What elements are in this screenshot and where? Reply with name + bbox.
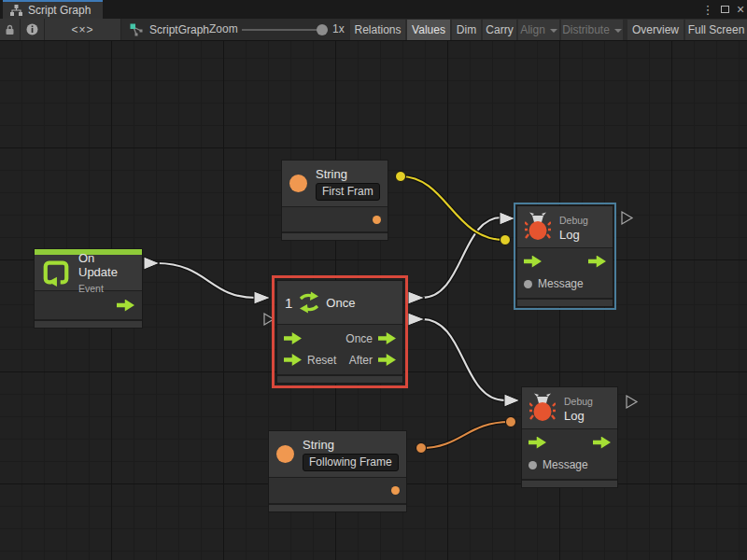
node-title: Log [564, 409, 610, 423]
distribute-dropdown[interactable]: Distribute [561, 20, 623, 40]
relations-toggle[interactable]: Relations [350, 20, 405, 40]
node-footer [269, 503, 406, 511]
code-icon: <×> [71, 23, 93, 36]
reset-port-label: Reset [307, 354, 336, 367]
node-debug-log-top[interactable]: Debug Log Message [516, 205, 613, 307]
node-footer [282, 231, 388, 240]
node-subtitle: Event [78, 283, 134, 294]
node-once[interactable]: 1 Once Once Reset [276, 280, 403, 384]
node-title: Once [326, 296, 355, 310]
graph-hierarchy-icon [10, 5, 22, 16]
node-title: String [303, 438, 399, 452]
inspector-button[interactable] [21, 19, 45, 40]
info-icon [26, 23, 38, 35]
lock-icon [5, 24, 15, 35]
close-icon[interactable]: × [732, 0, 747, 19]
debug-bottom-out-triangle[interactable] [627, 396, 637, 408]
string-value-input[interactable] [303, 454, 399, 471]
zoom-value: 1x [332, 19, 345, 40]
values-toggle[interactable]: Values [407, 20, 450, 40]
lock-button[interactable] [0, 19, 21, 40]
message-input-port[interactable] [524, 280, 532, 288]
distribute-label: Distribute [562, 23, 610, 36]
script-graph-icon [130, 23, 143, 36]
wire-string-to-message-bottom[interactable] [416, 417, 516, 454]
chevron-down-icon [550, 29, 557, 33]
on-update-loop-icon [42, 259, 70, 287]
zoom-label: Zoom [209, 19, 238, 40]
align-label: Align [520, 23, 545, 36]
node-footer [517, 298, 613, 306]
align-dropdown[interactable]: Align [518, 20, 559, 40]
string-output-port[interactable] [391, 486, 400, 495]
window-menu-icon[interactable]: ⋮ [699, 0, 716, 19]
string-value-input[interactable] [316, 183, 380, 201]
reset-port-triangle[interactable] [264, 314, 274, 325]
bug-icon [525, 212, 551, 242]
flow-output-port[interactable] [117, 300, 134, 312]
node-debug-log-bottom[interactable]: Debug Log Message [521, 386, 618, 488]
message-input-port[interactable] [529, 461, 537, 469]
breadcrumb[interactable]: ScriptGraph [124, 19, 215, 40]
flow-input-port[interactable] [524, 256, 542, 268]
bug-icon [529, 393, 556, 423]
node-title: On Update [78, 251, 134, 279]
string-type-icon [289, 175, 307, 192]
string-output-port[interactable] [373, 216, 381, 224]
message-port-label: Message [538, 277, 584, 290]
after-port-label: After [349, 354, 373, 367]
string-type-icon [276, 445, 294, 463]
zoom-slider-track[interactable] [242, 29, 324, 31]
message-port-label: Message [543, 458, 588, 471]
debug-top-out-triangle[interactable] [622, 212, 632, 224]
overview-button[interactable]: Overview [627, 20, 684, 40]
node-string-first-frame[interactable]: String [281, 160, 388, 241]
node-subtitle: Debug [564, 396, 610, 407]
graph-name: ScriptGraph [149, 23, 209, 36]
once-enter-port[interactable] [284, 332, 302, 344]
graph-toolbar: <×> ScriptGraph Zoom 1x Relations Values… [0, 19, 747, 41]
chevron-down-icon [614, 29, 622, 33]
wire-once-to-debug-top[interactable] [408, 212, 515, 304]
node-footer [277, 374, 402, 383]
wire-onupdate-to-once[interactable] [144, 257, 271, 304]
flow-output-port[interactable] [593, 437, 611, 449]
reset-port[interactable] [284, 354, 302, 366]
node-footer [35, 319, 142, 328]
node-title: Log [559, 228, 605, 242]
tab-title: Script Graph [28, 4, 91, 17]
once-count: 1 [285, 295, 292, 311]
node-string-following-frames[interactable]: String [268, 430, 407, 512]
node-title: String [316, 167, 380, 181]
maximize-icon[interactable] [716, 0, 733, 19]
graph-canvas[interactable]: String On Update Event [0, 41, 747, 560]
node-on-update[interactable]: On Update Event [34, 248, 143, 329]
node-subtitle: Debug [559, 215, 605, 226]
flow-output-port[interactable] [588, 256, 606, 268]
after-output-port[interactable] [378, 354, 396, 366]
once-port-label: Once [345, 332, 373, 345]
once-output-port[interactable] [378, 332, 396, 344]
tab-script-graph[interactable]: Script Graph [3, 0, 103, 19]
node-footer [522, 479, 617, 487]
zoom-slider-knob[interactable] [317, 24, 328, 35]
wire-after-to-debug-bottom[interactable] [408, 313, 520, 407]
flow-input-port[interactable] [529, 437, 546, 449]
carry-toggle[interactable]: Carry [483, 20, 516, 40]
dim-toggle[interactable]: Dim [452, 20, 481, 40]
once-cycle-icon [297, 291, 321, 314]
wire-string-to-message-top[interactable] [396, 172, 511, 245]
code-preview-button[interactable]: <×> [45, 19, 121, 40]
window-tab-bar: Script Graph ⋮ × [0, 0, 747, 19]
full-screen-button[interactable]: Full Screen [685, 20, 747, 40]
